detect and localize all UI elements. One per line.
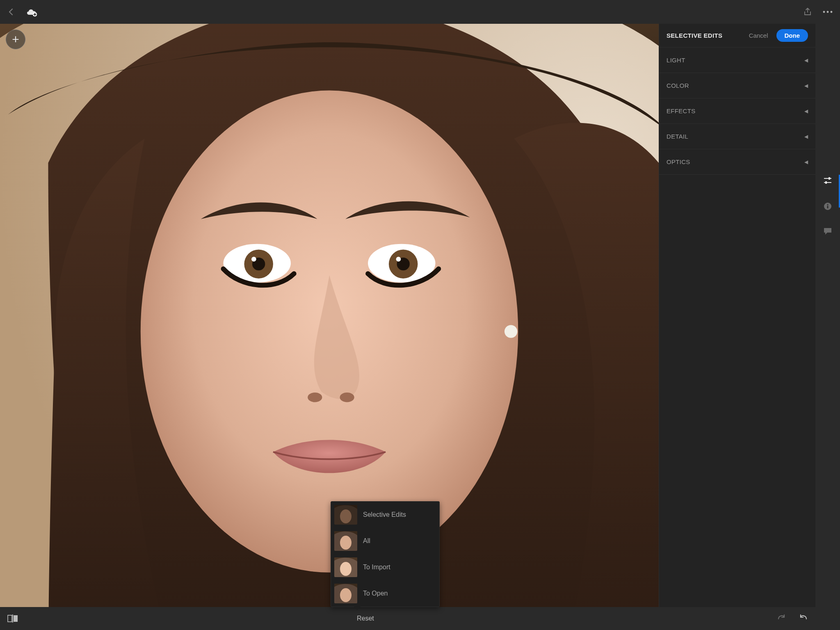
reset-thumb: [334, 557, 357, 577]
panel-sections: LIGHT ◀ COLOR ◀ EFFECTS ◀ DETAIL ◀ OPTIC…: [659, 48, 815, 607]
cancel-button[interactable]: Cancel: [749, 32, 768, 39]
top-bar: [0, 0, 840, 24]
svg-point-15: [340, 393, 354, 402]
reset-option-to-open[interactable]: To Open: [331, 580, 439, 607]
reset-thumb: [334, 531, 357, 551]
svg-point-2: [827, 11, 829, 13]
chevron-left-icon: ◀: [804, 108, 808, 114]
svg-point-25: [340, 536, 352, 550]
svg-rect-18: [825, 181, 827, 184]
edit-panel: SELECTIVE EDITS Cancel Done LIGHT ◀ COLO…: [659, 24, 815, 607]
info-icon[interactable]: [823, 202, 832, 212]
right-rail: [815, 24, 840, 607]
add-selection-button[interactable]: +: [6, 30, 25, 49]
reset-option-label: To Import: [363, 564, 390, 571]
section-label: EFFECTS: [667, 107, 695, 114]
svg-point-20: [827, 204, 828, 205]
reset-option-to-import[interactable]: To Import: [331, 554, 439, 580]
svg-point-23: [340, 509, 352, 523]
compare-before-after-icon[interactable]: [7, 614, 18, 623]
section-label: DETAIL: [667, 133, 688, 140]
panel-title: SELECTIVE EDITS: [667, 32, 722, 39]
plus-icon: +: [12, 32, 19, 46]
image-canvas[interactable]: +: [0, 24, 659, 607]
section-optics[interactable]: OPTICS ◀: [659, 149, 815, 175]
reset-option-selective-edits[interactable]: Selective Edits: [331, 502, 439, 528]
adjust-sliders-icon[interactable]: [823, 176, 833, 187]
chevron-left-icon: ◀: [804, 134, 808, 139]
reset-button[interactable]: Reset: [357, 615, 374, 622]
top-bar-left: [7, 7, 38, 16]
panel-header: SELECTIVE EDITS Cancel Done: [659, 24, 815, 48]
svg-rect-30: [8, 615, 12, 622]
section-detail[interactable]: DETAIL ◀: [659, 124, 815, 149]
chevron-left-icon: ◀: [804, 57, 808, 63]
svg-point-16: [504, 325, 517, 338]
svg-point-13: [396, 257, 401, 262]
reset-thumb: [334, 584, 357, 603]
reset-option-label: All: [363, 537, 370, 545]
undo-icon[interactable]: [798, 614, 808, 623]
more-icon[interactable]: [823, 11, 833, 13]
comments-icon[interactable]: [823, 227, 832, 237]
section-light[interactable]: LIGHT ◀: [659, 48, 815, 73]
bottom-bar: Selective Edits All To Import To Open: [0, 607, 840, 630]
footer-right: [777, 614, 808, 623]
section-effects[interactable]: EFFECTS ◀: [659, 98, 815, 124]
svg-point-3: [831, 11, 833, 13]
chevron-left-icon: ◀: [804, 83, 808, 89]
share-icon[interactable]: [803, 7, 812, 16]
section-label: LIGHT: [667, 57, 685, 64]
svg-rect-31: [14, 615, 18, 622]
section-color[interactable]: COLOR ◀: [659, 73, 815, 98]
reset-option-label: To Open: [363, 590, 388, 597]
section-label: OPTICS: [667, 158, 690, 165]
footer-left: Reset: [7, 614, 777, 623]
back-button[interactable]: [7, 8, 15, 16]
svg-point-14: [308, 393, 322, 402]
svg-point-29: [340, 588, 352, 602]
reset-option-all[interactable]: All: [331, 528, 439, 554]
app-root: + SELECTIVE EDITS Cancel Done LIGHT ◀ CO…: [0, 0, 840, 630]
svg-rect-17: [829, 177, 830, 180]
svg-rect-21: [827, 206, 829, 208]
svg-point-27: [340, 562, 352, 576]
svg-point-1: [823, 11, 825, 13]
cloud-add-icon[interactable]: [25, 7, 38, 16]
reset-thumb: [334, 505, 357, 525]
redo-icon[interactable]: [777, 614, 787, 623]
chevron-left-icon: ◀: [804, 159, 808, 165]
svg-point-12: [251, 257, 256, 262]
top-bar-right: [803, 7, 833, 16]
section-label: COLOR: [667, 82, 689, 89]
reset-menu: Selective Edits All To Import To Open: [331, 501, 440, 607]
reset-option-label: Selective Edits: [363, 511, 406, 518]
done-button[interactable]: Done: [776, 29, 808, 42]
